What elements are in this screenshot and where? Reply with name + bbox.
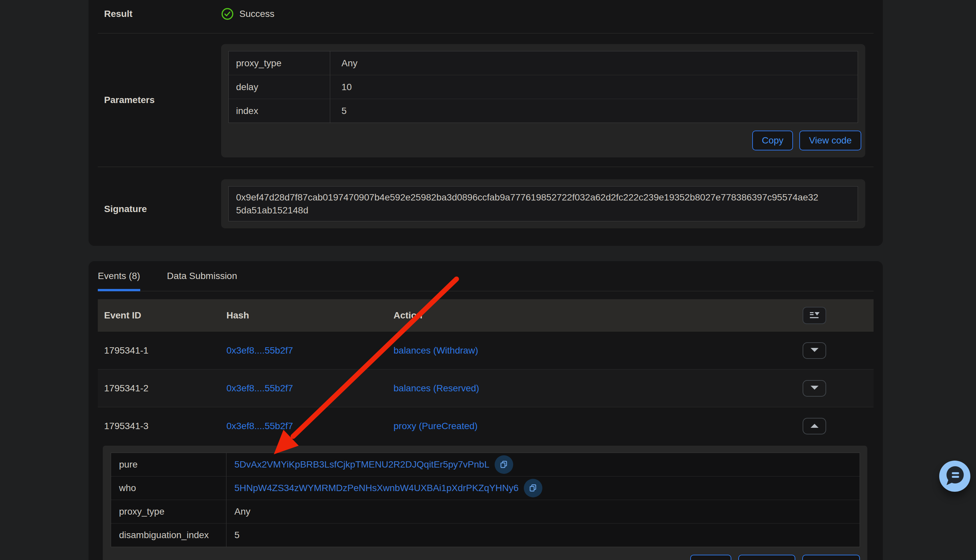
detail-action-button[interactable] bbox=[802, 555, 860, 560]
header-action: Action bbox=[394, 310, 802, 321]
chat-fab-button[interactable] bbox=[939, 461, 970, 492]
extrinsic-details-card: Result Success Parameters proxy_typeAnyd… bbox=[88, 0, 883, 246]
event-id-cell: 1795341-1 bbox=[104, 345, 227, 356]
result-row: Result Success bbox=[98, 0, 874, 33]
collapse-rows-button[interactable] bbox=[802, 307, 826, 324]
header-event-id: Event ID bbox=[104, 310, 227, 321]
tabs-bar: Events (8) Data Submission bbox=[98, 261, 874, 291]
page: Result Success Parameters proxy_typeAnyd… bbox=[0, 0, 976, 560]
signature-row: Signature 0x9ef47d28d7f87cab0197470907b4… bbox=[98, 167, 874, 251]
parameters-label: Parameters bbox=[98, 95, 221, 105]
signature-label: Signature bbox=[98, 204, 221, 214]
event-hash-link[interactable]: 0x3ef8....55b2f7 bbox=[227, 345, 394, 356]
copy-button[interactable]: Copy bbox=[752, 130, 793, 150]
param-value: 5 bbox=[330, 99, 858, 123]
detail-key: pure bbox=[111, 453, 227, 476]
chat-bubble-icon bbox=[939, 460, 970, 492]
detail-value: Any bbox=[227, 500, 860, 523]
event-action-link[interactable]: balances (Withdraw) bbox=[394, 345, 802, 356]
chevron-down-icon bbox=[810, 385, 819, 391]
detail-action-button[interactable] bbox=[738, 555, 795, 560]
signature-panel: 0x9ef47d28d7f87cab0197470907b4e592e25982… bbox=[221, 179, 865, 228]
event-hash-link[interactable]: 0x3ef8....55b2f7 bbox=[227, 383, 394, 394]
detail-row: disambiguation_index5 bbox=[111, 523, 860, 547]
result-value: Success bbox=[221, 8, 874, 20]
param-row: delay10 bbox=[229, 75, 858, 99]
detail-row: who5HNpW4ZS34zWYMRMDzPeNHsXwnbW4UXBAi1pX… bbox=[111, 476, 860, 500]
expand-row-button[interactable] bbox=[802, 380, 826, 397]
detail-key: proxy_type bbox=[111, 500, 227, 523]
detail-value: 5 bbox=[227, 523, 860, 547]
param-value: Any bbox=[330, 52, 858, 75]
signature-line-1: 0x9ef47d28d7f87cab0197470907b4e592e25982… bbox=[236, 191, 850, 204]
signature-line-2: 5da51ab152148d bbox=[236, 204, 850, 217]
detail-action-button[interactable] bbox=[690, 555, 731, 560]
detail-key: disambiguation_index bbox=[111, 523, 227, 547]
copy-icon bbox=[529, 483, 538, 493]
copy-address-button[interactable] bbox=[495, 455, 513, 474]
copy-address-button[interactable] bbox=[524, 479, 542, 497]
detail-value: 5HNpW4ZS34zWYMRMDzPeNHsXwnbW4UXBAi1pXdrP… bbox=[227, 477, 860, 500]
event-id-cell: 1795341-3 bbox=[104, 421, 227, 432]
result-status-text: Success bbox=[239, 8, 275, 19]
event-row: 1795341-30x3ef8....55b2f7proxy (PureCrea… bbox=[98, 407, 874, 445]
detail-row: proxy_typeAny bbox=[111, 500, 860, 523]
signature-value: 0x9ef47d28d7f87cab0197470907b4e592e25982… bbox=[229, 186, 858, 222]
event-action-link[interactable]: balances (Reserved) bbox=[394, 383, 802, 394]
param-key: index bbox=[229, 99, 330, 123]
event-hash-link[interactable]: 0x3ef8....55b2f7 bbox=[227, 421, 394, 432]
detail-value: 5DvAx2VMYiKpBRB3LsfCjkpTMENU2R2DJQqitEr5… bbox=[227, 453, 860, 476]
event-detail-actions bbox=[111, 555, 860, 560]
param-key: delay bbox=[229, 75, 330, 99]
param-value: 10 bbox=[330, 75, 858, 99]
events-card: Events (8) Data Submission Event ID Hash… bbox=[88, 261, 883, 560]
collapse-row-button[interactable] bbox=[802, 418, 826, 434]
event-expander-cell bbox=[802, 418, 874, 434]
parameters-actions: Copy View code bbox=[229, 130, 861, 150]
events-table-header: Event ID Hash Action bbox=[98, 299, 874, 332]
result-label: Result bbox=[98, 8, 221, 19]
view-code-button[interactable]: View code bbox=[799, 130, 861, 150]
sort-collapse-icon bbox=[809, 310, 820, 321]
parameters-row: Parameters proxy_typeAnydelay10index5 Co… bbox=[98, 33, 874, 167]
param-key: proxy_type bbox=[229, 52, 330, 75]
header-hash: Hash bbox=[227, 310, 394, 321]
detail-key: who bbox=[111, 477, 227, 500]
chevron-down-icon bbox=[810, 348, 819, 353]
events-table-body: 1795341-10x3ef8....55b2f7balances (Withd… bbox=[98, 332, 874, 445]
param-row: index5 bbox=[229, 99, 858, 123]
expand-row-button[interactable] bbox=[802, 342, 826, 359]
event-detail-table: pure5DvAx2VMYiKpBRB3LsfCjkpTMENU2R2DJQqi… bbox=[111, 453, 860, 547]
event-expander-cell bbox=[802, 380, 874, 397]
chevron-up-icon bbox=[810, 423, 819, 429]
param-row: proxy_typeAny bbox=[229, 52, 858, 75]
address-link[interactable]: 5DvAx2VMYiKpBRB3LsfCjkpTMENU2R2DJQqitEr5… bbox=[234, 459, 489, 470]
copy-icon bbox=[499, 460, 509, 470]
event-row: 1795341-10x3ef8....55b2f7balances (Withd… bbox=[98, 332, 874, 370]
detail-row: pure5DvAx2VMYiKpBRB3LsfCjkpTMENU2R2DJQqi… bbox=[111, 453, 860, 476]
event-row: 1795341-20x3ef8....55b2f7balances (Reser… bbox=[98, 370, 874, 407]
event-detail-box: pure5DvAx2VMYiKpBRB3LsfCjkpTMENU2R2DJQqi… bbox=[103, 446, 867, 560]
tab-data-submission[interactable]: Data Submission bbox=[167, 261, 237, 291]
tab-events[interactable]: Events (8) bbox=[98, 261, 140, 291]
event-action-link[interactable]: proxy (PureCreated) bbox=[394, 421, 802, 432]
event-id-cell: 1795341-2 bbox=[104, 383, 227, 394]
parameters-table: proxy_typeAnydelay10index5 bbox=[229, 51, 858, 123]
success-check-icon bbox=[221, 8, 234, 20]
event-expander-cell bbox=[802, 342, 874, 359]
parameters-panel: proxy_typeAnydelay10index5 Copy View cod… bbox=[221, 44, 865, 157]
address-link[interactable]: 5HNpW4ZS34zWYMRMDzPeNHsXwnbW4UXBAi1pXdrP… bbox=[234, 483, 519, 493]
